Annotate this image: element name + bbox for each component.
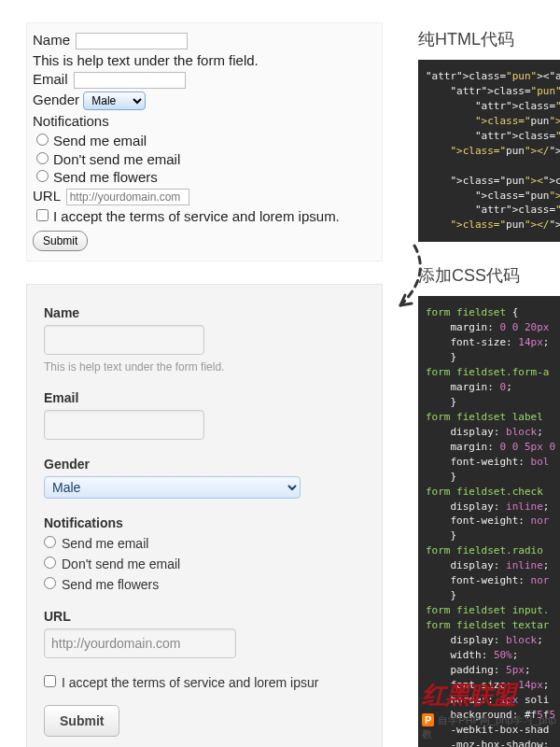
submit-button[interactable]: Submit [33,231,88,251]
footer: 红黑联盟 P自学PHP网_php学习_php教 [422,679,560,741]
terms-label: I accept the terms of service and lorem … [62,675,318,690]
name-label: Name [33,32,70,48]
help-text: This is help text under the form field. [33,51,376,70]
styled-form-panel: Name This is help text under the form fi… [26,284,383,747]
gender-select[interactable]: Male [44,476,301,499]
radio-label: Send me flowers [53,169,158,185]
radio-flowers[interactable] [44,577,56,589]
notifications-label: Notifications [33,112,376,131]
submit-button[interactable]: Submit [44,705,119,737]
url-input[interactable] [66,189,189,205]
gender-select[interactable]: Male [83,92,146,110]
email-label: Email [33,71,68,87]
email-input[interactable] [44,410,204,440]
terms-label: I accept the terms of service and lorem … [53,208,340,224]
radio-dont-send[interactable] [44,557,56,569]
radio-send-email[interactable] [44,536,56,548]
radio-flowers[interactable] [36,170,49,182]
radio-send-email[interactable] [36,134,49,146]
name-input[interactable] [44,325,204,355]
help-text: This is help text under the form field. [44,360,365,374]
terms-checkbox[interactable] [36,209,49,221]
url-label: URL [33,188,60,204]
html-code-block: "attr">class="pun"><"attr">class="tag">f… [418,60,560,242]
email-input[interactable] [74,72,186,89]
css-code-heading: 添加CSS代码 [418,264,560,287]
radio-label: Send me email [53,133,147,148]
email-label: Email [44,390,365,405]
footer-text: 自学PHP网_php学习_php教 [422,714,556,740]
url-label: URL [44,609,365,624]
radio-label: Don't send me email [62,557,180,571]
radio-label: Don't send me email [53,151,180,167]
unstyled-form-panel: Name This is help text under the form fi… [26,22,383,261]
name-label: Name [44,305,365,320]
radio-dont-send[interactable] [36,152,49,164]
brand-text: 红黑联盟 [422,679,560,712]
notifications-label: Notifications [44,515,365,530]
gender-label: Gender [33,92,79,107]
terms-checkbox[interactable] [44,675,56,687]
pill-icon: P [422,713,434,726]
url-input[interactable] [44,628,236,658]
gender-label: Gender [44,457,365,472]
html-code-heading: 纯HTML代码 [418,28,560,50]
name-input[interactable] [76,33,188,49]
radio-label: Send me flowers [62,577,159,592]
radio-label: Send me email [62,536,148,551]
